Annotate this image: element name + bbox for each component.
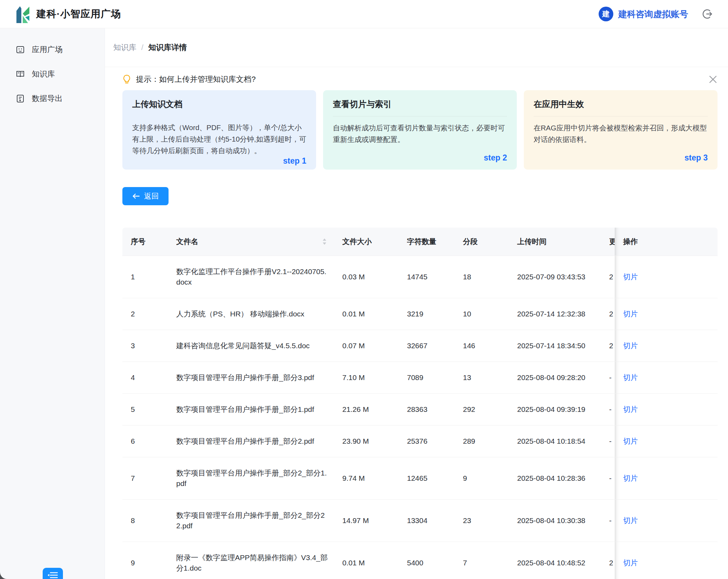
sort-icon[interactable] bbox=[322, 238, 327, 245]
app-plaza-icon bbox=[16, 45, 25, 54]
slice-link[interactable]: 切片 bbox=[623, 474, 638, 482]
cell-filesize: 14.97 M bbox=[334, 500, 399, 542]
slice-link[interactable]: 切片 bbox=[623, 273, 638, 281]
sidebar: 应用广场 知识库 数据导出 bbox=[0, 28, 105, 579]
col-header-filename: 文件名 bbox=[168, 228, 334, 256]
slice-link[interactable]: 切片 bbox=[623, 405, 638, 413]
documents-table: 序号 文件名 bbox=[105, 205, 728, 579]
sidebar-item-knowledge-base[interactable]: 知识库 bbox=[0, 62, 105, 86]
sidebar-item-label: 应用广场 bbox=[32, 44, 63, 55]
account-name[interactable]: 建科咨询虚拟账号 bbox=[618, 8, 688, 20]
cell-segments: 13 bbox=[455, 362, 509, 394]
cell-charcount: 12465 bbox=[399, 457, 455, 500]
table-row: 8 数字项目管理平台用户操作手册_部分2_部分22.pdf 14.97 M 13… bbox=[122, 500, 718, 542]
slice-link[interactable]: 切片 bbox=[623, 559, 638, 567]
cell-charcount: 25376 bbox=[399, 426, 455, 457]
cell-uploaded: 2025-08-04 10:48:52 bbox=[509, 542, 609, 579]
cell-uploaded: 2025-07-09 03:43:53 bbox=[509, 256, 609, 298]
cell-index: 4 bbox=[122, 362, 168, 394]
cell-filesize: 7.10 M bbox=[334, 362, 399, 394]
step-label: step 2 bbox=[333, 153, 507, 163]
user-avatar[interactable]: 建 bbox=[599, 7, 613, 21]
close-icon[interactable] bbox=[708, 75, 718, 84]
cell-uploaded: 2025-08-04 10:18:54 bbox=[509, 426, 609, 457]
sidebar-item-label: 知识库 bbox=[32, 69, 55, 79]
slice-link[interactable]: 切片 bbox=[623, 437, 638, 445]
table-row: 5 数字项目管理平台用户操作手册_部分1.pdf 21.26 M 28363 2… bbox=[122, 394, 718, 426]
cell-index: 6 bbox=[122, 426, 168, 457]
col-header-actions: 操作 bbox=[615, 228, 718, 256]
cell-index: 9 bbox=[122, 542, 168, 579]
cell-segments: 23 bbox=[455, 500, 509, 542]
cell-uploaded: 2025-08-04 09:39:19 bbox=[509, 394, 609, 426]
slice-link[interactable]: 切片 bbox=[623, 516, 638, 524]
breadcrumb-knowledge-base[interactable]: 知识库 bbox=[113, 42, 136, 53]
sidebar-item-app-plaza[interactable]: 应用广场 bbox=[0, 37, 105, 62]
sidebar-item-label: 数据导出 bbox=[32, 93, 63, 104]
slice-link[interactable]: 切片 bbox=[623, 373, 638, 381]
cell-clipped: - bbox=[609, 500, 615, 542]
cell-clipped: - bbox=[609, 457, 615, 500]
back-button[interactable]: 返回 bbox=[122, 187, 169, 205]
card-body: 支持多种格式（Word、PDF、图片等），单个/总大小有上限，上传后自动处理（约… bbox=[132, 122, 306, 156]
cell-filename: 人力系统（PS、HR） 移动端操作.docx bbox=[168, 298, 334, 330]
cell-filename: 数字项目管理平台用户操作手册_部分3.pdf bbox=[168, 362, 334, 394]
cell-charcount: 32667 bbox=[399, 330, 455, 362]
card-divider bbox=[534, 116, 708, 116]
logout-icon[interactable] bbox=[702, 9, 713, 19]
cell-index: 8 bbox=[122, 500, 168, 542]
tips-panel: 提示：如何上传并管理知识库文档? 上传知识文档 支持多种格式（Word、PDF、… bbox=[105, 67, 728, 170]
breadcrumb-separator: / bbox=[141, 43, 143, 52]
step-card-apply: 在应用中生效 在RAG应用中切片将会被模型检索并召回，形成大模型对话的依据语料。… bbox=[524, 90, 718, 170]
cell-segments: 9 bbox=[455, 457, 509, 500]
table-header-row: 序号 文件名 bbox=[122, 228, 718, 256]
cell-filename: 数字项目管理平台用户操作手册_部分1.pdf bbox=[168, 394, 334, 426]
cell-filename: 建科咨询信息化常见问题答疑_v4.5.5.doc bbox=[168, 330, 334, 362]
tips-title: 提示：如何上传并管理知识库文档? bbox=[136, 74, 256, 85]
cell-uploaded: 2025-08-04 10:30:38 bbox=[509, 500, 609, 542]
cell-charcount: 5400 bbox=[399, 542, 455, 579]
table-row: 9 附录一《数字监理APP简易操作指南》V3.4_部分1.doc 0.01 M … bbox=[122, 542, 718, 579]
slice-link[interactable]: 切片 bbox=[623, 310, 638, 318]
slice-link[interactable]: 切片 bbox=[623, 342, 638, 350]
cell-index: 3 bbox=[122, 330, 168, 362]
col-header-uploaded: 上传时间 bbox=[509, 228, 609, 256]
menu-fold-icon bbox=[47, 571, 59, 579]
cell-uploaded: 2025-07-14 18:34:50 bbox=[509, 330, 609, 362]
cell-filesize: 0.01 M bbox=[334, 542, 399, 579]
cell-clipped: 2 bbox=[609, 298, 615, 330]
step-card-slices: 查看切片与索引 自动解析成功后可查看切片数量与索引状态，必要时可重新生成或调整配… bbox=[323, 90, 517, 170]
cell-clipped: 2 bbox=[609, 330, 615, 362]
cell-uploaded: 2025-08-04 10:28:36 bbox=[509, 457, 609, 500]
app-logo-icon bbox=[15, 5, 31, 23]
col-header-charcount: 字符数量 bbox=[399, 228, 455, 256]
cell-filesize: 0.01 M bbox=[334, 298, 399, 330]
cell-filesize: 23.90 M bbox=[334, 426, 399, 457]
collapse-sidebar-button[interactable] bbox=[43, 568, 63, 579]
table-row: 6 数字项目管理平台用户操作手册_部分2.pdf 23.90 M 25376 2… bbox=[122, 426, 718, 457]
cell-filename: 数字项目管理平台用户操作手册_部分2.pdf bbox=[168, 426, 334, 457]
top-header: 建科·小智应用广场 建 建科咨询虚拟账号 bbox=[0, 0, 728, 28]
breadcrumb-current: 知识库详情 bbox=[148, 42, 187, 53]
cell-clipped: 2 bbox=[609, 542, 615, 579]
col-header-clipped: 更 bbox=[609, 228, 615, 256]
step-card-upload: 上传知识文档 支持多种格式（Word、PDF、图片等），单个/总大小有上限，上传… bbox=[122, 90, 316, 170]
cell-index: 1 bbox=[122, 256, 168, 298]
cell-index: 7 bbox=[122, 457, 168, 500]
card-divider bbox=[333, 116, 507, 116]
cell-charcount: 13304 bbox=[399, 500, 455, 542]
cell-filesize: 9.74 M bbox=[334, 457, 399, 500]
sidebar-item-data-export[interactable]: 数据导出 bbox=[0, 86, 105, 111]
cell-segments: 289 bbox=[455, 426, 509, 457]
cell-uploaded: 2025-08-04 09:28:20 bbox=[509, 362, 609, 394]
cell-charcount: 14745 bbox=[399, 256, 455, 298]
card-body: 自动解析成功后可查看切片数量与索引状态，必要时可重新生成或调整配置。 bbox=[333, 122, 507, 145]
knowledge-base-icon bbox=[16, 70, 25, 79]
main-content: 知识库 / 知识库详情 提示：如何上传并管理知识库文档? bbox=[105, 28, 728, 579]
cell-uploaded: 2025-07-14 12:32:38 bbox=[509, 298, 609, 330]
cell-charcount: 3219 bbox=[399, 298, 455, 330]
cell-segments: 146 bbox=[455, 330, 509, 362]
table-row: 7 数字项目管理平台用户操作手册_部分2_部分1.pdf 9.74 M 1246… bbox=[122, 457, 718, 500]
step-label: step 1 bbox=[132, 156, 306, 166]
cell-clipped: - bbox=[609, 362, 615, 394]
